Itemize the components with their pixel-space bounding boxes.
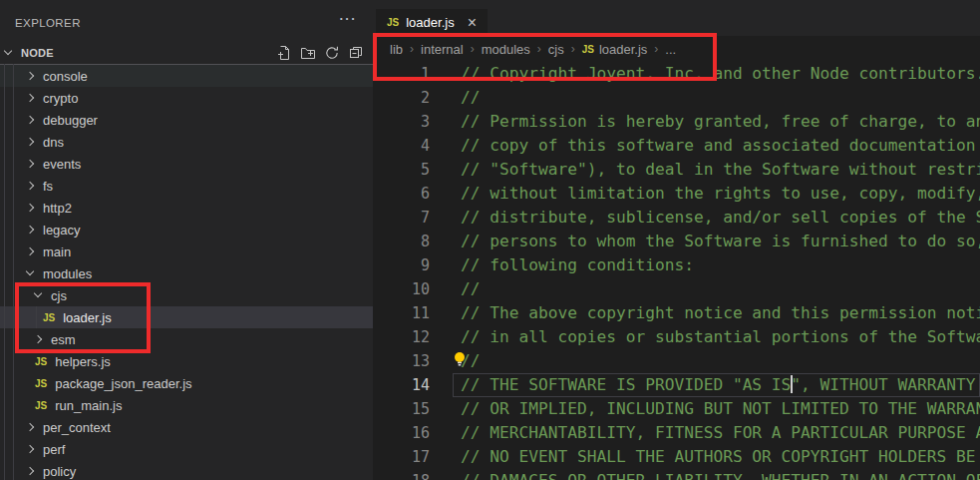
- line-number: 9: [373, 253, 430, 277]
- code-line[interactable]: 17// NO EVENT SHALL THE AUTHORS OR COPYR…: [373, 445, 980, 469]
- tree-item-main[interactable]: main: [0, 240, 373, 262]
- new-file-icon[interactable]: [276, 45, 292, 61]
- code-line[interactable]: 9// following conditions:: [373, 253, 980, 277]
- line-text: // without limitation the rights to use,…: [461, 182, 980, 206]
- tree-item-label: main: [43, 244, 71, 259]
- tree-item-legacy[interactable]: legacy: [0, 219, 373, 240]
- js-file-icon: JS: [35, 378, 47, 389]
- tree-item-helpers-js[interactable]: JShelpers.js: [0, 350, 373, 372]
- tree-item-modules[interactable]: modules: [0, 262, 373, 284]
- explorer-title: EXPLORER: [15, 17, 81, 29]
- tree-item-console[interactable]: console: [0, 65, 373, 87]
- tree-item-label: esm: [51, 332, 76, 347]
- tree-item-esm[interactable]: esm: [0, 328, 373, 350]
- breadcrumb-item-cjs[interactable]: cjs: [548, 42, 564, 57]
- code-line[interactable]: 3// Permission is hereby granted, free o…: [373, 110, 980, 134]
- tree-item-policy[interactable]: policy: [0, 460, 373, 480]
- line-number: 5: [373, 158, 430, 182]
- breadcrumb-separator-icon: ›: [571, 42, 575, 56]
- tree-item-per-context[interactable]: per_context: [0, 416, 373, 438]
- code-line[interactable]: 10//: [373, 277, 980, 301]
- line-text: // OR IMPLIED, INCLUDING BUT NOT LIMITED…: [461, 397, 980, 421]
- indent-guide: [4, 64, 5, 480]
- code-line[interactable]: 13 //: [373, 349, 980, 373]
- code-area[interactable]: 1// Copyright Joyent, Inc. and other Nod…: [373, 62, 980, 480]
- code-line-current[interactable]: 14 // THE SOFTWARE IS PROVIDED "AS IS", …: [373, 373, 980, 397]
- tree-item-fs[interactable]: fs: [0, 175, 373, 197]
- line-text: // THE SOFTWARE IS PROVIDED "AS IS", WIT…: [461, 373, 980, 397]
- chevron-right-icon: [26, 423, 34, 431]
- new-folder-icon[interactable]: [300, 45, 316, 61]
- code-line[interactable]: 7// distribute, sublicense, and/or sell …: [373, 206, 980, 230]
- code-line[interactable]: 2//: [373, 86, 980, 110]
- line-number: 3: [373, 110, 430, 134]
- chevron-right-icon: [26, 160, 34, 168]
- tree-item-perf[interactable]: perf: [0, 438, 373, 460]
- line-text: //: [461, 86, 980, 110]
- section-actions: [276, 45, 364, 61]
- tree-item-label: events: [43, 157, 81, 172]
- line-number: 7: [373, 206, 430, 230]
- section-name: NODE: [21, 47, 54, 59]
- line-text: // The above copyright notice and this p…: [461, 301, 980, 325]
- tree-item-events[interactable]: events: [0, 153, 373, 175]
- chevron-right-icon: [34, 335, 42, 343]
- chevron-right-icon: [26, 445, 34, 453]
- tree-item-debugger[interactable]: debugger: [0, 109, 373, 131]
- more-actions-icon[interactable]: ···: [340, 11, 358, 26]
- tree-item-label: loader.js: [63, 310, 111, 325]
- collapse-all-icon[interactable]: [348, 45, 364, 61]
- breadcrumb-item-modules[interactable]: modules: [482, 42, 530, 57]
- tree-item-loader-js[interactable]: JSloader.js: [0, 306, 373, 328]
- chevron-right-icon: [26, 226, 34, 234]
- code-line[interactable]: 12// in all copies or substantial portio…: [373, 325, 980, 349]
- tab-loader-js[interactable]: JS loader.js ×: [376, 9, 488, 36]
- line-text: // MERCHANTABILITY, FITNESS FOR A PARTIC…: [461, 421, 980, 445]
- tree-item-http2[interactable]: http2: [0, 197, 373, 219]
- line-number: 13: [373, 349, 430, 373]
- tree-item-label: policy: [43, 464, 76, 479]
- line-text: //: [461, 277, 980, 301]
- chevron-down-icon: [34, 289, 42, 297]
- tree-item-dns[interactable]: dns: [0, 131, 373, 153]
- section-header-node[interactable]: NODE: [0, 41, 373, 64]
- chevron-down-icon: [26, 267, 34, 275]
- line-number: 4: [373, 134, 430, 158]
- tree-item-crypto[interactable]: crypto: [0, 87, 373, 109]
- code-line[interactable]: 11// The above copyright notice and this…: [373, 301, 980, 325]
- code-line[interactable]: 8// persons to whom the Software is furn…: [373, 230, 980, 253]
- tree-item-label: dns: [43, 135, 64, 150]
- tree-item-cjs[interactable]: cjs: [0, 284, 373, 306]
- tree-item-label: fs: [43, 179, 53, 194]
- tree-item-label: package_json_reader.js: [55, 376, 191, 391]
- tree-item-label: modules: [43, 266, 92, 281]
- tree-item-label: cjs: [51, 288, 67, 303]
- tree-item-label: helpers.js: [55, 354, 111, 369]
- code-line[interactable]: 5// "Software"), to deal in the Software…: [373, 158, 980, 182]
- code-line[interactable]: 15// OR IMPLIED, INCLUDING BUT NOT LIMIT…: [373, 397, 980, 421]
- breadcrumb-item-ellipsis[interactable]: ...: [665, 42, 676, 57]
- line-text: //: [461, 349, 980, 373]
- breadcrumb-item-loader-js[interactable]: JSloader.js: [582, 42, 648, 57]
- code-line[interactable]: 4// copy of this software and associated…: [373, 134, 980, 158]
- breadcrumb-item-label: loader.js: [599, 42, 647, 57]
- tree-item-run-main-js[interactable]: JSrun_main.js: [0, 394, 373, 416]
- line-number: 11: [373, 301, 430, 325]
- line-text: // Permission is hereby granted, free of…: [461, 110, 980, 134]
- code-line[interactable]: 18// DAMAGES OR OTHER LIABILITY, WHETHER…: [373, 469, 980, 480]
- breadcrumb-item-internal[interactable]: internal: [421, 42, 464, 57]
- chevron-right-icon: [26, 204, 34, 212]
- code-line[interactable]: 6// without limitation the rights to use…: [373, 182, 980, 206]
- refresh-icon[interactable]: [324, 45, 340, 61]
- close-tab-icon[interactable]: ×: [468, 15, 477, 31]
- breadcrumb-item-lib[interactable]: lib: [390, 42, 403, 57]
- line-number: 16: [373, 421, 430, 445]
- tree-item-label: debugger: [43, 113, 98, 128]
- code-line[interactable]: 16// MERCHANTABILITY, FITNESS FOR A PART…: [373, 421, 980, 445]
- lightbulb-icon[interactable]: [452, 349, 468, 373]
- breadcrumb-separator-icon: ›: [410, 42, 414, 56]
- code-line[interactable]: 1// Copyright Joyent, Inc. and other Nod…: [373, 62, 980, 86]
- chevron-down-icon: [4, 46, 12, 54]
- tree-item-package-json-reader-js[interactable]: JSpackage_json_reader.js: [0, 372, 373, 394]
- line-text: // copy of this software and associated …: [461, 134, 980, 158]
